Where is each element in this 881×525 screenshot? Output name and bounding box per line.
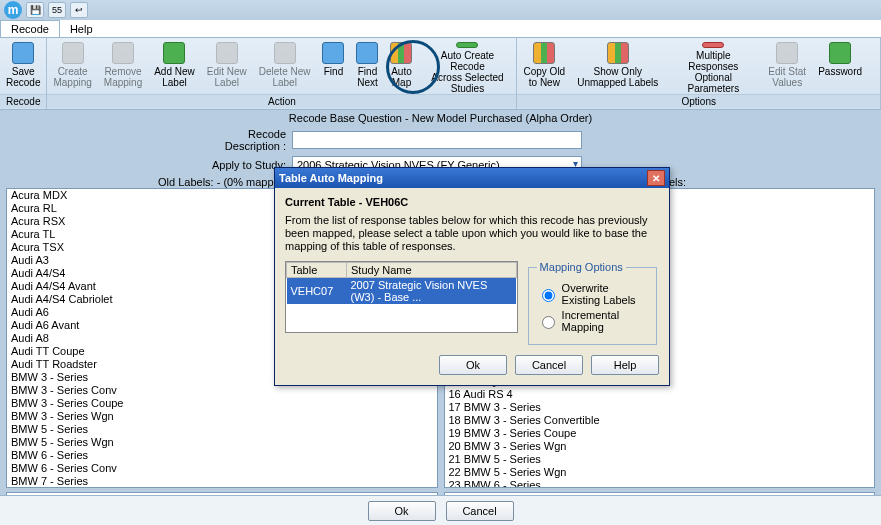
edit-stat-values-label: Edit StatValues <box>768 66 806 88</box>
password-button[interactable]: Password <box>812 38 868 94</box>
find-next-icon <box>356 42 378 64</box>
recode-description-input[interactable] <box>292 131 582 149</box>
footer-buttons: Ok Cancel <box>0 495 881 525</box>
delete-new-label-label: Delete NewLabel <box>259 66 311 88</box>
auto-create-recode-across-selected-studies-button[interactable]: Auto Create RecodeAcross Selected Studie… <box>418 38 516 94</box>
dialog-cancel-button[interactable]: Cancel <box>515 355 583 375</box>
radio-overwrite-input[interactable] <box>542 289 555 302</box>
delete-new-label-icon <box>274 42 296 64</box>
ribbon: SaveRecodeRecodeCreateMappingRemoveMappi… <box>0 38 881 110</box>
list-item[interactable]: BMW 3 - Series Wgn <box>7 410 437 423</box>
list-item[interactable]: BMW 5 - Series Wgn <box>7 436 437 449</box>
save-recode-button[interactable]: SaveRecode <box>0 38 46 94</box>
dialog-table[interactable]: Table Study Name VEHC07 2007 Strategic V… <box>285 261 518 333</box>
mapping-options-group: Mapping Options Overwrite Existing Label… <box>528 261 657 345</box>
ribbon-group-action: Action <box>47 94 516 108</box>
list-item[interactable]: 17 BMW 3 - Series <box>445 401 875 414</box>
find-next-button[interactable]: FindNext <box>350 38 384 94</box>
list-item[interactable]: 16 Audi RS 4 <box>445 388 875 401</box>
show-only-unmapped-labels-icon <box>607 42 629 64</box>
multiple-responses-optional-parameters-icon <box>702 42 724 48</box>
dialog-ok-button[interactable]: Ok <box>439 355 507 375</box>
find-next-label: FindNext <box>357 66 378 88</box>
dialog-close-button[interactable]: ✕ <box>647 170 665 186</box>
radio-incremental-label: Incremental Mapping <box>562 309 648 333</box>
list-item[interactable]: 20 BMW 3 - Series Wgn <box>445 440 875 453</box>
list-item[interactable]: BMW 6 - Series Conv <box>7 462 437 475</box>
remove-mapping-button: RemoveMapping <box>98 38 148 94</box>
list-item[interactable]: BMW 6 - Series <box>7 449 437 462</box>
quick-access-toolbar: m 💾 55 ↩ <box>0 0 881 20</box>
list-item[interactable]: 23 BMW 6 - Series <box>445 479 875 488</box>
dialog-subtitle: Current Table - VEH06C <box>285 196 659 208</box>
dialog-title: Table Auto Mapping <box>279 172 383 184</box>
show-only-unmapped-labels-label: Show OnlyUnmapped Labels <box>577 66 658 88</box>
radio-incremental-input[interactable] <box>542 316 555 329</box>
copy-old-to-new-label: Copy Oldto New <box>523 66 565 88</box>
radio-overwrite[interactable]: Overwrite Existing Labels <box>537 282 648 306</box>
create-mapping-label: CreateMapping <box>53 66 91 88</box>
save-recode-label: SaveRecode <box>6 66 40 88</box>
mapping-options-legend: Mapping Options <box>537 261 626 273</box>
find-icon <box>322 42 344 64</box>
copy-old-to-new-button[interactable]: Copy Oldto New <box>517 38 571 94</box>
recode-description-row: Recode Description : <box>0 126 881 154</box>
footer-cancel-button[interactable]: Cancel <box>446 501 514 521</box>
remove-mapping-label: RemoveMapping <box>104 66 142 88</box>
tab-recode[interactable]: Recode <box>0 20 60 37</box>
list-item[interactable]: 19 BMW 3 - Series Coupe <box>445 427 875 440</box>
qat-save-button[interactable]: 💾 <box>26 2 44 18</box>
password-icon <box>829 42 851 64</box>
edit-new-label-label: Edit NewLabel <box>207 66 247 88</box>
add-new-label-button[interactable]: Add NewLabel <box>148 38 201 94</box>
add-new-label-icon <box>163 42 185 64</box>
list-item[interactable]: BMW 7 - Series <box>7 475 437 488</box>
app-logo-icon: m <box>4 1 22 19</box>
menu-bar: Recode Help <box>0 20 881 38</box>
multiple-responses-optional-parameters-button[interactable]: Multiple ResponsesOptional Parameters <box>664 38 762 94</box>
qat-55-button[interactable]: 55 <box>48 2 66 18</box>
multiple-responses-optional-parameters-label: Multiple ResponsesOptional Parameters <box>670 50 756 94</box>
auto-map-label: AutoMap <box>391 66 412 88</box>
qat-undo-button[interactable]: ↩ <box>70 2 88 18</box>
list-item[interactable]: BMW 5 - Series <box>7 423 437 436</box>
create-mapping-button: CreateMapping <box>47 38 97 94</box>
col-table[interactable]: Table <box>287 263 347 278</box>
dialog-instructions: From the list of response tables below f… <box>285 214 659 253</box>
auto-map-dialog: Table Auto Mapping ✕ Current Table - VEH… <box>274 167 670 386</box>
auto-map-icon <box>390 42 412 64</box>
recode-description-label: Recode Description : <box>200 128 286 152</box>
edit-stat-values-icon <box>776 42 798 64</box>
footer-ok-button[interactable]: Ok <box>368 501 436 521</box>
save-recode-icon <box>12 42 34 64</box>
delete-new-label-button: Delete NewLabel <box>253 38 317 94</box>
table-row[interactable]: VEHC07 2007 Strategic Vision NVES (W3) -… <box>287 278 517 305</box>
find-button[interactable]: Find <box>316 38 350 94</box>
menu-help[interactable]: Help <box>60 21 103 37</box>
auto-create-recode-across-selected-studies-label: Auto Create RecodeAcross Selected Studie… <box>424 50 510 94</box>
auto-map-button[interactable]: AutoMap <box>384 38 418 94</box>
add-new-label-label: Add NewLabel <box>154 66 195 88</box>
edit-stat-values-button: Edit StatValues <box>762 38 812 94</box>
radio-incremental[interactable]: Incremental Mapping <box>537 309 648 333</box>
list-item[interactable]: 22 BMW 5 - Series Wgn <box>445 466 875 479</box>
remove-mapping-icon <box>112 42 134 64</box>
ribbon-group-options: Options <box>517 94 880 108</box>
show-only-unmapped-labels-button[interactable]: Show OnlyUnmapped Labels <box>571 38 664 94</box>
find-label: Find <box>324 66 343 77</box>
edit-new-label-icon <box>216 42 238 64</box>
password-label: Password <box>818 66 862 77</box>
list-item[interactable]: BMW 3 - Series Coupe <box>7 397 437 410</box>
list-item[interactable]: 18 BMW 3 - Series Convertible <box>445 414 875 427</box>
list-item[interactable]: 21 BMW 5 - Series <box>445 453 875 466</box>
auto-create-recode-across-selected-studies-icon <box>456 42 478 48</box>
base-question-header: Recode Base Question - New Model Purchas… <box>0 110 881 126</box>
radio-overwrite-label: Overwrite Existing Labels <box>562 282 648 306</box>
col-study-name[interactable]: Study Name <box>347 263 517 278</box>
copy-old-to-new-icon <box>533 42 555 64</box>
ribbon-group-recode: Recode <box>0 94 46 108</box>
dialog-titlebar: Table Auto Mapping ✕ <box>275 168 669 188</box>
edit-new-label-button: Edit NewLabel <box>201 38 253 94</box>
dialog-help-button[interactable]: Help <box>591 355 659 375</box>
create-mapping-icon <box>62 42 84 64</box>
